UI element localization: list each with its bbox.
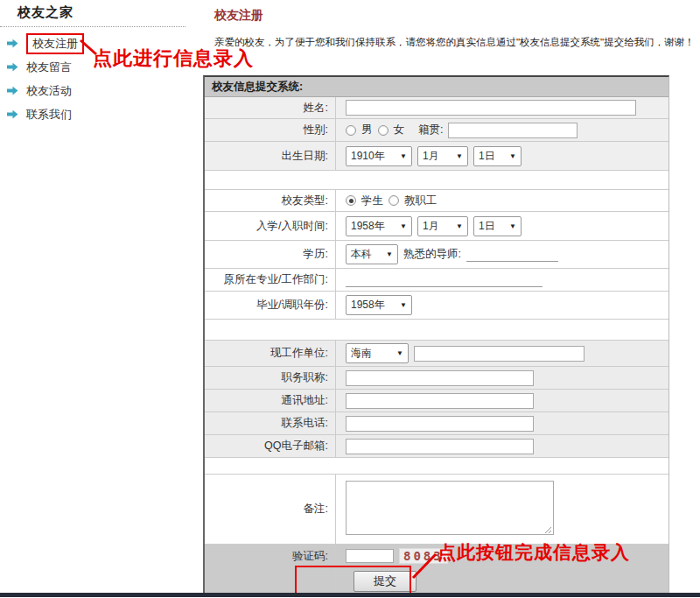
birth-month-select[interactable]: 1月▼: [417, 146, 468, 166]
bottom-bar: [0, 593, 700, 597]
chevron-down-icon: ▼: [400, 152, 407, 160]
work-unit-label: 现工作单位:: [205, 341, 336, 366]
birth-date-label: 出生日期:: [205, 142, 336, 170]
remarks-label: 备注:: [205, 475, 336, 544]
chevron-down-icon: ▼: [509, 222, 516, 230]
arrow-right-icon: [7, 109, 18, 119]
sidebar-divider: [0, 26, 186, 27]
form-header: 校友信息提交系统:: [205, 77, 668, 97]
spacer-row: [205, 171, 668, 190]
enroll-month-select[interactable]: 1月▼: [417, 216, 468, 236]
job-title-field[interactable]: [346, 370, 534, 386]
gender-female-label: 女: [394, 123, 405, 137]
qq-email-field[interactable]: [346, 439, 534, 454]
row-birth-date: 出生日期: 1910年▼ 1月▼ 1日▼: [205, 142, 668, 171]
enroll-day-select[interactable]: 1日▼: [473, 216, 522, 236]
work-region-select[interactable]: 海南▼: [346, 343, 409, 363]
type-student-radio[interactable]: [346, 195, 356, 206]
row-address: 通讯地址:: [205, 390, 668, 412]
sidebar-item-contact[interactable]: 联系我们: [0, 102, 194, 126]
row-enroll-time: 入学/入职时间: 1958年▼ 1月▼ 1日▼: [205, 212, 668, 241]
spacer-row: [205, 320, 668, 341]
address-label: 通讯地址:: [205, 390, 336, 412]
birth-year-select[interactable]: 1910年▼: [346, 146, 412, 166]
education-label: 学历:: [205, 241, 336, 268]
row-grad-year: 毕业/调职年份: 1958年▼: [205, 292, 668, 320]
register-highlight-box: 校友注册: [26, 33, 84, 54]
intro-text: 亲爱的校友，为了便于您和我们保持联系，请您将您的真实信息通过"校友信息提交系统"…: [214, 36, 700, 49]
education-select[interactable]: 本科▼: [346, 244, 398, 264]
sidebar-item-activities[interactable]: 校友活动: [0, 79, 194, 102]
name-field[interactable]: [346, 100, 636, 116]
grad-year-label: 毕业/调职年份:: [205, 292, 336, 319]
gender-label: 性别:: [205, 119, 336, 141]
original-dept-field[interactable]: [346, 273, 542, 287]
row-phone: 联系电话:: [205, 412, 668, 435]
birth-day-select[interactable]: 1日▼: [473, 146, 522, 166]
chevron-down-icon: ▼: [456, 222, 463, 230]
original-dept-label: 原所在专业/工作部门:: [205, 269, 336, 291]
page: 校友之家 校友注册 校友留言 校友活动: [0, 0, 700, 598]
sidebar-item-label: 校友留言: [26, 60, 72, 75]
main-header: 校友注册 亲爱的校友，为了便于您和我们保持联系，请您将您的真实信息通过"校友信息…: [214, 0, 700, 49]
row-work-unit: 现工作单位: 海南▼: [205, 341, 668, 367]
enroll-year-select[interactable]: 1958年▼: [346, 216, 412, 236]
native-place-field[interactable]: [448, 123, 578, 138]
arrow-right-icon: [7, 39, 18, 48]
chevron-down-icon: ▼: [509, 152, 516, 160]
chevron-down-icon: ▼: [456, 152, 463, 160]
chevron-down-icon: ▼: [400, 301, 407, 309]
sidebar-title: 校友之家: [0, 0, 194, 21]
row-alumni-type: 校友类型: 学生 教职工: [205, 190, 668, 212]
mentor-field[interactable]: [466, 248, 558, 262]
row-qq-email: QQ电子邮箱:: [205, 435, 668, 458]
qq-email-label: QQ电子邮箱:: [205, 435, 336, 457]
submit-highlight-box: [295, 566, 411, 595]
gender-male-label: 男: [361, 123, 373, 137]
type-student-label: 学生: [361, 193, 383, 208]
chevron-down-icon: ▼: [396, 349, 403, 357]
page-title: 校友注册: [214, 8, 700, 24]
gender-male-radio[interactable]: [346, 125, 356, 136]
row-education: 学历: 本科▼ 熟悉的导师:: [205, 241, 668, 269]
phone-field[interactable]: [346, 416, 534, 432]
sidebar-item-label: 校友活动: [26, 83, 72, 99]
spacer-row: [205, 458, 668, 475]
native-place-label: 籍贯:: [418, 123, 443, 137]
name-label: 姓名:: [205, 97, 336, 118]
row-name: 姓名:: [205, 97, 668, 119]
register-hint-annotation: 点此进行信息录入: [93, 46, 254, 72]
row-original-dept: 原所在专业/工作部门:: [205, 269, 668, 292]
address-field[interactable]: [346, 393, 534, 409]
mentor-label: 熟悉的导师:: [403, 247, 461, 262]
job-title-label: 职务职称:: [205, 367, 336, 389]
type-staff-radio[interactable]: [388, 195, 399, 206]
row-gender: 性别: 男 女 籍贯:: [205, 119, 668, 142]
alumni-info-form: 校友信息提交系统: 姓名: 性别: 男 女 籍贯: 出生日期:: [203, 75, 669, 594]
sidebar-item-label: 校友注册: [32, 37, 78, 50]
alumni-type-label: 校友类型:: [205, 190, 336, 211]
phone-label: 联系电话:: [205, 412, 336, 434]
arrow-right-icon: [7, 86, 18, 95]
work-unit-field[interactable]: [414, 346, 584, 362]
arrow-right-icon: [7, 62, 18, 72]
captcha-label: 验证码:: [205, 545, 336, 567]
sidebar-item-label: 联系我们: [26, 107, 72, 123]
remarks-textarea[interactable]: [346, 481, 554, 535]
gender-female-radio[interactable]: [378, 125, 388, 136]
enroll-time-label: 入学/入职时间:: [205, 212, 336, 240]
chevron-down-icon: ▼: [400, 222, 407, 230]
row-remarks: 备注:: [205, 475, 668, 545]
grad-year-select[interactable]: 1958年▼: [346, 295, 412, 315]
type-staff-label: 教职工: [404, 193, 438, 208]
submit-hint-annotation: 点此按钮完成信息录入: [438, 540, 630, 565]
chevron-down-icon: ▼: [386, 250, 393, 258]
captcha-field[interactable]: [346, 549, 394, 563]
row-job-title: 职务职称:: [205, 367, 668, 390]
row-submit: 提交: [205, 568, 668, 594]
